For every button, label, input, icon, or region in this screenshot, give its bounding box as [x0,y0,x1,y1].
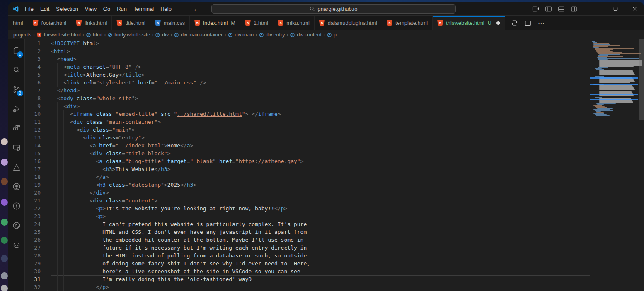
extensions-icon[interactable] [8,118,25,138]
line-number[interactable]: 12 [25,126,41,134]
code-line[interactable]: 9<div> [25,102,590,110]
line-content[interactable]: <a class="blog-title" target="_blank" hr… [51,157,590,165]
code-line[interactable]: 10<iframe class="embed-title" src="../sh… [25,110,590,118]
line-number[interactable]: 30 [25,267,41,275]
code-editor[interactable]: 1<!DOCTYPE html>2<html>3<head>4<meta cha… [25,39,644,291]
command-center-search[interactable]: gnargle.github.io [211,4,456,14]
extension-a-icon[interactable] [8,157,25,177]
code-line[interactable]: 8<body class="whole-site"> [25,94,590,102]
remote-explorer-icon[interactable] [8,138,25,157]
minimap[interactable] [590,39,638,291]
godot-icon[interactable] [8,235,25,255]
line-content[interactable]: <iframe class="embed-title" src="../shar… [51,110,590,118]
code-line[interactable]: 4<meta charset="UTF-8" /> [25,63,590,71]
line-content[interactable]: <h3 class="datestamp">2025</h3> [51,181,590,189]
line-number[interactable]: 14 [25,142,41,149]
line-number[interactable]: 9 [25,102,41,110]
line-number[interactable]: 20 [25,189,41,197]
menu-run[interactable]: Run [114,5,130,13]
code-line[interactable]: 30here's a live screenshot of the site i… [25,267,590,275]
line-content[interactable]: <div class="title-block"> [51,149,590,157]
code-line[interactable]: 28the HTML instead of pulling from a dat… [25,252,590,260]
code-line[interactable]: 24I can't pretend this website is partic… [25,220,590,228]
breadcrumb-item[interactable]: 5thiswebsite.html [36,32,81,38]
explorer-icon[interactable]: 1 [8,41,25,60]
line-content[interactable]: </head> [51,87,590,94]
line-content[interactable]: <div class="content"> [51,197,590,204]
code-line[interactable]: 12<div class="main"> [25,126,590,134]
line-content[interactable]: </div> [51,189,590,197]
code-line[interactable]: 23<p> [25,212,590,220]
breadcrumb-item[interactable]: div.main [228,32,254,38]
tab-1-html[interactable]: 51.html [240,16,273,30]
code-line[interactable]: 11<div class="main-container"> [25,118,590,126]
code-line[interactable]: 25HTML and CSS. I don't even have any ja… [25,228,590,236]
breadcrumb-item[interactable]: div.main-container [174,32,223,38]
maximize-button[interactable] [606,2,625,15]
breadcrumb-item[interactable]: html [86,32,103,38]
line-number[interactable]: 19 [25,181,41,189]
tab-links-html[interactable]: 5links.html [71,16,112,30]
line-number[interactable]: 25 [25,228,41,236]
line-number[interactable]: 15 [25,149,41,157]
menu-go[interactable]: Go [100,5,114,13]
menu-selection[interactable]: Selection [53,5,81,13]
line-content[interactable]: <div class="main"> [51,126,590,134]
breadcrumb-item[interactable]: div.content [290,32,322,38]
line-number[interactable]: 2 [25,47,41,55]
close-button[interactable] [625,2,644,15]
line-content[interactable]: <h3>This Website</h3> [51,165,590,173]
minimize-button[interactable] [587,2,606,15]
line-number[interactable]: 27 [25,244,41,252]
code-line[interactable]: 26the embedded hit counter at the bottom… [25,236,590,244]
line-number[interactable]: 17 [25,165,41,173]
line-number[interactable]: 10 [25,110,41,118]
line-content[interactable]: <head> [51,55,590,63]
open-changes-icon[interactable] [511,19,518,26]
split-editor-icon[interactable] [525,20,531,26]
breadcrumb-item[interactable]: div [155,32,169,38]
line-number[interactable]: 7 [25,87,41,94]
line-number[interactable]: 32 [25,283,41,291]
line-number[interactable]: 26 [25,236,41,244]
code-lines[interactable]: 1<!DOCTYPE html>2<html>3<head>4<meta cha… [25,39,590,291]
code-line[interactable]: 7</head> [25,87,590,94]
line-content[interactable]: the HTML instead of pulling from a datab… [51,252,590,260]
breadcrumb-item[interactable]: body.whole-site [107,32,150,38]
gitlens-icon[interactable] [8,216,25,235]
tab-template-html[interactable]: 5template.html [382,16,433,30]
line-content[interactable]: <a href="../index.html">Home</a> [51,142,590,149]
code-line[interactable]: 16<a class="blog-title" target="_blank" … [25,157,590,165]
code-line[interactable]: 1<!DOCTYPE html> [25,39,590,47]
source-control-icon[interactable]: 2 [8,79,25,99]
code-line[interactable]: 2<html> [25,47,590,55]
code-line[interactable]: 20</div> [25,189,590,197]
line-content[interactable]: <div class="main-container"> [51,118,590,126]
toggle-primary-sidebar-icon[interactable] [545,6,552,12]
line-number[interactable]: 3 [25,55,41,63]
line-number[interactable]: 28 [25,252,41,260]
tab-thiswebsite-html[interactable]: 5thiswebsite.htmlU [433,16,505,30]
line-content[interactable]: <div> [51,102,590,110]
code-line[interactable]: 21<div class="content"> [25,197,590,204]
nav-back-button[interactable]: ← [193,5,200,13]
tab-miku-html[interactable]: 5miku.html [273,16,315,30]
line-number[interactable]: 23 [25,212,41,220]
code-line[interactable]: 31I'm really doing this the 'old-fashion… [25,275,590,283]
tab-main-css[interactable]: 3main.css [150,16,190,30]
editor-scrollbar[interactable] [638,39,644,291]
line-number[interactable]: 6 [25,79,41,87]
menu-view[interactable]: View [82,5,100,13]
tab-index-html[interactable]: 5index.htmlM [190,16,240,30]
line-content[interactable]: <p>It's the website you're looking at ri… [51,204,590,212]
line-number[interactable]: 11 [25,118,41,126]
menu-edit[interactable]: Edit [37,5,53,13]
dirty-indicator-icon[interactable] [496,21,500,25]
line-content[interactable]: HTML and CSS. I don't even have any java… [51,228,590,236]
line-number[interactable]: 13 [25,134,41,142]
code-line[interactable]: 14<a href="../index.html">Home</a> [25,142,590,149]
line-content[interactable]: <p> [51,212,590,220]
code-line[interactable]: 3<head> [25,55,590,63]
line-content[interactable]: I can't pretend this website is particul… [51,220,590,228]
line-number[interactable]: 5 [25,71,41,79]
